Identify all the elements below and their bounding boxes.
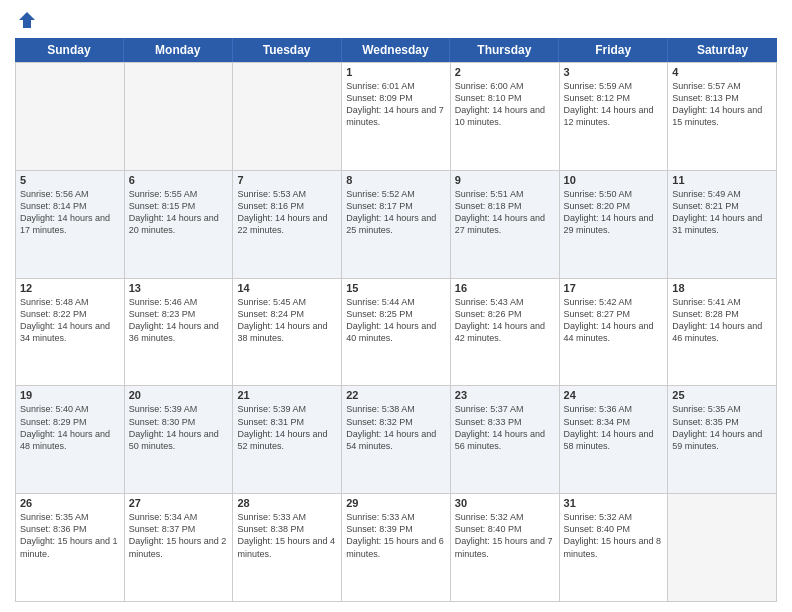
day-cell-19: 19Sunrise: 5:40 AMSunset: 8:29 PMDayligh… [16, 386, 125, 494]
day-number: 5 [20, 174, 120, 186]
day-cell-14: 14Sunrise: 5:45 AMSunset: 8:24 PMDayligh… [233, 279, 342, 387]
calendar: SundayMondayTuesdayWednesdayThursdayFrid… [15, 38, 777, 602]
cell-info: Sunrise: 5:51 AMSunset: 8:18 PMDaylight:… [455, 188, 555, 237]
cell-info: Sunrise: 5:57 AMSunset: 8:13 PMDaylight:… [672, 80, 772, 129]
cell-info: Sunrise: 5:32 AMSunset: 8:40 PMDaylight:… [564, 511, 664, 560]
cell-info: Sunrise: 5:46 AMSunset: 8:23 PMDaylight:… [129, 296, 229, 345]
day-cell-3: 3Sunrise: 5:59 AMSunset: 8:12 PMDaylight… [560, 63, 669, 171]
weekday-header-thursday: Thursday [450, 38, 559, 62]
cell-info: Sunrise: 5:55 AMSunset: 8:15 PMDaylight:… [129, 188, 229, 237]
empty-cell [125, 63, 234, 171]
cell-info: Sunrise: 5:52 AMSunset: 8:17 PMDaylight:… [346, 188, 446, 237]
day-cell-5: 5Sunrise: 5:56 AMSunset: 8:14 PMDaylight… [16, 171, 125, 279]
cell-info: Sunrise: 5:38 AMSunset: 8:32 PMDaylight:… [346, 403, 446, 452]
day-number: 1 [346, 66, 446, 78]
page: SundayMondayTuesdayWednesdayThursdayFrid… [0, 0, 792, 612]
calendar-row-4: 26Sunrise: 5:35 AMSunset: 8:36 PMDayligh… [16, 494, 777, 602]
calendar-row-0: 1Sunrise: 6:01 AMSunset: 8:09 PMDaylight… [16, 63, 777, 171]
calendar-row-1: 5Sunrise: 5:56 AMSunset: 8:14 PMDaylight… [16, 171, 777, 279]
day-number: 17 [564, 282, 664, 294]
cell-info: Sunrise: 5:43 AMSunset: 8:26 PMDaylight:… [455, 296, 555, 345]
day-number: 18 [672, 282, 772, 294]
day-number: 9 [455, 174, 555, 186]
cell-info: Sunrise: 5:53 AMSunset: 8:16 PMDaylight:… [237, 188, 337, 237]
cell-info: Sunrise: 5:35 AMSunset: 8:35 PMDaylight:… [672, 403, 772, 452]
cell-info: Sunrise: 5:39 AMSunset: 8:30 PMDaylight:… [129, 403, 229, 452]
day-number: 16 [455, 282, 555, 294]
day-number: 21 [237, 389, 337, 401]
day-number: 28 [237, 497, 337, 509]
day-number: 27 [129, 497, 229, 509]
day-cell-4: 4Sunrise: 5:57 AMSunset: 8:13 PMDaylight… [668, 63, 777, 171]
day-cell-13: 13Sunrise: 5:46 AMSunset: 8:23 PMDayligh… [125, 279, 234, 387]
logo-text [15, 10, 37, 30]
cell-info: Sunrise: 5:42 AMSunset: 8:27 PMDaylight:… [564, 296, 664, 345]
day-number: 13 [129, 282, 229, 294]
logo [15, 10, 37, 30]
cell-info: Sunrise: 5:33 AMSunset: 8:39 PMDaylight:… [346, 511, 446, 560]
cell-info: Sunrise: 5:32 AMSunset: 8:40 PMDaylight:… [455, 511, 555, 560]
weekday-header-friday: Friday [559, 38, 668, 62]
day-number: 2 [455, 66, 555, 78]
day-cell-7: 7Sunrise: 5:53 AMSunset: 8:16 PMDaylight… [233, 171, 342, 279]
header [15, 10, 777, 30]
day-cell-15: 15Sunrise: 5:44 AMSunset: 8:25 PMDayligh… [342, 279, 451, 387]
day-cell-9: 9Sunrise: 5:51 AMSunset: 8:18 PMDaylight… [451, 171, 560, 279]
day-cell-29: 29Sunrise: 5:33 AMSunset: 8:39 PMDayligh… [342, 494, 451, 602]
day-number: 12 [20, 282, 120, 294]
day-cell-22: 22Sunrise: 5:38 AMSunset: 8:32 PMDayligh… [342, 386, 451, 494]
day-number: 23 [455, 389, 555, 401]
cell-info: Sunrise: 5:41 AMSunset: 8:28 PMDaylight:… [672, 296, 772, 345]
weekday-header-monday: Monday [124, 38, 233, 62]
day-cell-10: 10Sunrise: 5:50 AMSunset: 8:20 PMDayligh… [560, 171, 669, 279]
day-cell-17: 17Sunrise: 5:42 AMSunset: 8:27 PMDayligh… [560, 279, 669, 387]
day-number: 3 [564, 66, 664, 78]
day-number: 29 [346, 497, 446, 509]
cell-info: Sunrise: 5:49 AMSunset: 8:21 PMDaylight:… [672, 188, 772, 237]
day-cell-31: 31Sunrise: 5:32 AMSunset: 8:40 PMDayligh… [560, 494, 669, 602]
day-cell-20: 20Sunrise: 5:39 AMSunset: 8:30 PMDayligh… [125, 386, 234, 494]
day-cell-6: 6Sunrise: 5:55 AMSunset: 8:15 PMDaylight… [125, 171, 234, 279]
day-cell-25: 25Sunrise: 5:35 AMSunset: 8:35 PMDayligh… [668, 386, 777, 494]
cell-info: Sunrise: 5:36 AMSunset: 8:34 PMDaylight:… [564, 403, 664, 452]
day-cell-21: 21Sunrise: 5:39 AMSunset: 8:31 PMDayligh… [233, 386, 342, 494]
day-number: 30 [455, 497, 555, 509]
cell-info: Sunrise: 5:45 AMSunset: 8:24 PMDaylight:… [237, 296, 337, 345]
day-number: 8 [346, 174, 446, 186]
cell-info: Sunrise: 6:01 AMSunset: 8:09 PMDaylight:… [346, 80, 446, 129]
day-number: 25 [672, 389, 772, 401]
empty-cell [668, 494, 777, 602]
calendar-row-3: 19Sunrise: 5:40 AMSunset: 8:29 PMDayligh… [16, 386, 777, 494]
day-cell-8: 8Sunrise: 5:52 AMSunset: 8:17 PMDaylight… [342, 171, 451, 279]
cell-info: Sunrise: 5:37 AMSunset: 8:33 PMDaylight:… [455, 403, 555, 452]
day-number: 19 [20, 389, 120, 401]
cell-info: Sunrise: 5:50 AMSunset: 8:20 PMDaylight:… [564, 188, 664, 237]
cell-info: Sunrise: 5:59 AMSunset: 8:12 PMDaylight:… [564, 80, 664, 129]
cell-info: Sunrise: 5:48 AMSunset: 8:22 PMDaylight:… [20, 296, 120, 345]
day-cell-18: 18Sunrise: 5:41 AMSunset: 8:28 PMDayligh… [668, 279, 777, 387]
day-cell-24: 24Sunrise: 5:36 AMSunset: 8:34 PMDayligh… [560, 386, 669, 494]
day-cell-23: 23Sunrise: 5:37 AMSunset: 8:33 PMDayligh… [451, 386, 560, 494]
day-number: 31 [564, 497, 664, 509]
weekday-header-wednesday: Wednesday [342, 38, 451, 62]
day-cell-1: 1Sunrise: 6:01 AMSunset: 8:09 PMDaylight… [342, 63, 451, 171]
calendar-header: SundayMondayTuesdayWednesdayThursdayFrid… [15, 38, 777, 62]
day-number: 20 [129, 389, 229, 401]
logo-icon [17, 10, 37, 30]
empty-cell [16, 63, 125, 171]
weekday-header-sunday: Sunday [15, 38, 124, 62]
weekday-header-tuesday: Tuesday [233, 38, 342, 62]
day-cell-28: 28Sunrise: 5:33 AMSunset: 8:38 PMDayligh… [233, 494, 342, 602]
calendar-body: 1Sunrise: 6:01 AMSunset: 8:09 PMDaylight… [15, 62, 777, 602]
day-number: 22 [346, 389, 446, 401]
day-cell-12: 12Sunrise: 5:48 AMSunset: 8:22 PMDayligh… [16, 279, 125, 387]
day-number: 4 [672, 66, 772, 78]
cell-info: Sunrise: 5:39 AMSunset: 8:31 PMDaylight:… [237, 403, 337, 452]
cell-info: Sunrise: 5:44 AMSunset: 8:25 PMDaylight:… [346, 296, 446, 345]
day-cell-27: 27Sunrise: 5:34 AMSunset: 8:37 PMDayligh… [125, 494, 234, 602]
calendar-row-2: 12Sunrise: 5:48 AMSunset: 8:22 PMDayligh… [16, 279, 777, 387]
cell-info: Sunrise: 5:34 AMSunset: 8:37 PMDaylight:… [129, 511, 229, 560]
day-number: 6 [129, 174, 229, 186]
day-number: 24 [564, 389, 664, 401]
day-cell-2: 2Sunrise: 6:00 AMSunset: 8:10 PMDaylight… [451, 63, 560, 171]
